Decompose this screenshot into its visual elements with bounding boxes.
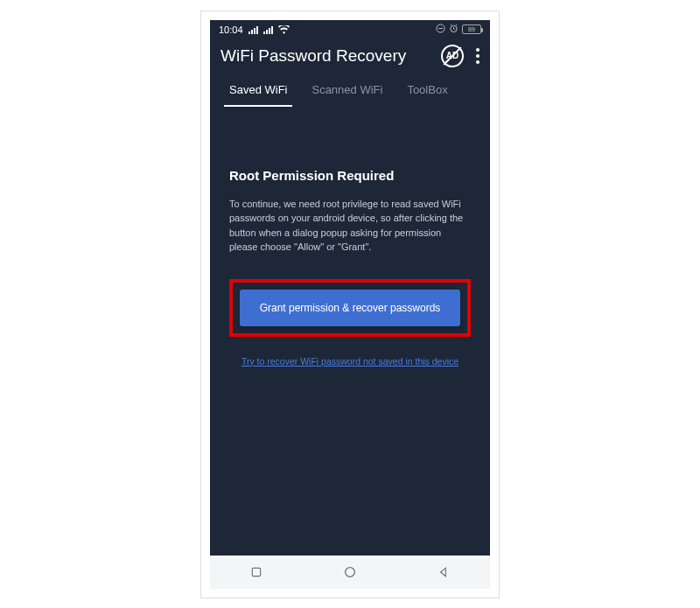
app-title: WiFi Password Recovery: [220, 46, 406, 66]
wifi-icon: [278, 25, 290, 34]
svg-rect-3: [253, 568, 261, 576]
tab-label: Scanned WiFi: [312, 83, 382, 96]
tab-saved-wifi[interactable]: Saved WiFi: [217, 74, 299, 107]
main-content: Root Permission Required To continue, we…: [210, 107, 490, 556]
status-right: 89: [436, 24, 481, 35]
nav-home-icon[interactable]: [343, 565, 357, 579]
dnd-icon: [436, 24, 445, 35]
battery-level: 89: [468, 26, 475, 32]
app-bar-actions: AD: [441, 45, 480, 67]
no-ads-icon[interactable]: AD: [441, 45, 464, 67]
signal-icon: [248, 25, 258, 34]
nav-back-icon[interactable]: [437, 565, 451, 579]
ad-label: AD: [446, 51, 458, 60]
content-heading: Root Permission Required: [229, 168, 471, 183]
overflow-menu-icon[interactable]: [476, 48, 480, 64]
grant-permission-button[interactable]: Grant permission & recover passwords: [240, 290, 460, 326]
nav-recent-icon[interactable]: [249, 565, 263, 579]
tab-bar: Saved WiFi Scanned WiFi ToolBox: [210, 74, 490, 107]
highlight-annotation: Grant permission & recover passwords: [229, 279, 471, 337]
nav-bar: [210, 556, 490, 589]
svg-point-4: [346, 567, 355, 577]
alarm-icon: [449, 24, 458, 35]
status-bar: 10:04 89: [210, 20, 490, 39]
tab-toolbox[interactable]: ToolBox: [395, 74, 459, 107]
tab-scanned-wifi[interactable]: Scanned WiFi: [299, 74, 395, 107]
tab-label: ToolBox: [407, 83, 447, 96]
app-bar: WiFi Password Recovery AD: [210, 39, 490, 74]
status-time: 10:04: [219, 24, 243, 35]
phone-screen: 10:04 89: [210, 20, 490, 589]
signal-icon-2: [263, 25, 273, 34]
recover-other-link[interactable]: Try to recover WiFi password not saved i…: [229, 356, 471, 367]
status-left: 10:04: [219, 24, 290, 35]
screenshot-frame: 10:04 89: [200, 10, 500, 598]
tab-label: Saved WiFi: [229, 83, 287, 96]
battery-icon: 89: [462, 24, 481, 34]
content-body: To continue, we need root privilege to r…: [229, 197, 471, 255]
